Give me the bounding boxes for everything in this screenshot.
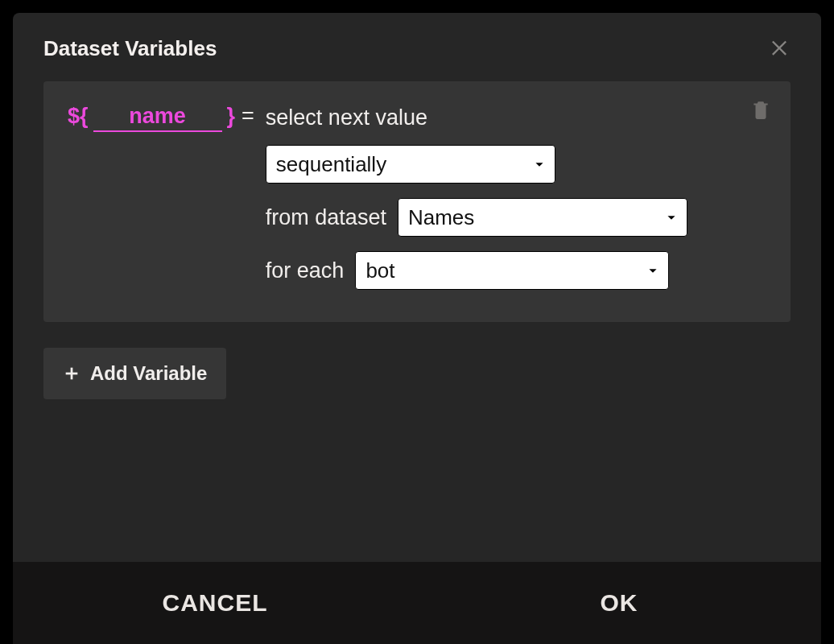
variable-name-input[interactable]	[93, 104, 222, 132]
dataset-select[interactable]: Names	[398, 198, 687, 237]
add-variable-label: Add Variable	[90, 362, 207, 385]
dataset-line: from dataset Names	[266, 198, 687, 237]
add-variable-button[interactable]: Add Variable	[43, 348, 226, 399]
cancel-button[interactable]: CANCEL	[13, 562, 417, 644]
equals-sign: =	[242, 104, 254, 129]
select-next-label: select next value	[266, 105, 427, 130]
trash-icon	[750, 99, 771, 120]
variable-card: ${ } = select next value sequentially	[43, 81, 791, 322]
modal-header: Dataset Variables	[13, 13, 821, 81]
foreach-select[interactable]: bot	[355, 251, 669, 290]
mode-select[interactable]: sequentially	[266, 145, 555, 184]
for-each-label: for each	[266, 258, 345, 283]
foreach-line: for each bot	[266, 251, 687, 290]
delete-variable-button[interactable]	[750, 99, 771, 123]
variable-config: select next value sequentially from data…	[266, 104, 687, 290]
variable-definition: ${ } =	[68, 104, 254, 132]
close-icon	[768, 35, 791, 58]
modal-body: ${ } = select next value sequentially	[13, 81, 821, 562]
mode-select-line: sequentially	[266, 145, 687, 184]
var-open-brace: ${	[68, 104, 89, 129]
var-close-brace: }	[227, 104, 236, 129]
modal-footer: CANCEL OK	[13, 562, 821, 644]
variable-row: ${ } = select next value sequentially	[68, 104, 766, 290]
dataset-variables-modal: Dataset Variables ${ } = select next val…	[13, 13, 821, 644]
select-mode-line: select next value	[266, 105, 687, 130]
modal-title: Dataset Variables	[43, 36, 217, 61]
plus-icon	[63, 365, 81, 382]
ok-button[interactable]: OK	[417, 562, 821, 644]
from-dataset-label: from dataset	[266, 205, 386, 230]
close-button[interactable]	[768, 35, 791, 62]
